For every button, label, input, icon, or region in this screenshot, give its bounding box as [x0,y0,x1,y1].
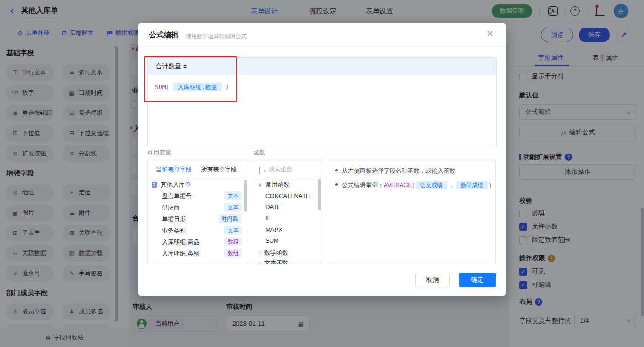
function-item[interactable]: SUM [265,237,279,244]
function-group-text[interactable]: › 文本函数 [258,259,288,264]
confirm-button[interactable]: 确定 [459,273,496,287]
function-group-math[interactable]: › 数学函数 [258,249,288,257]
example-chip: 数学成绩 [456,181,488,189]
formula-expression[interactable]: SUM( 入库明细.数量 ) [155,83,229,91]
function-item[interactable]: DATE [265,204,281,210]
variable-root-node[interactable]: 其他入库单 [152,181,191,189]
function-search-input[interactable]: 搜索函数 [269,165,293,174]
formula-edit-modal: 公式编辑 使用数学运算符编辑公式 × 合计数量 = SUM( 入库明细.数量 )… [138,23,506,296]
search-icon [259,166,260,175]
formula-editor[interactable]: 合计数量 = SUM( 入库明细.数量 ) [147,57,497,147]
functions-label: 函数 [253,148,265,157]
type-badge: 文本 [224,203,242,212]
hints-panel: 从左侧面板选择字段名和函数，或输入函数 公式编辑举例：AVERAGE( 语文成绩… [328,160,496,264]
hint-line-2: 公式编辑举例：AVERAGE( 语文成绩 ， 数学成绩 ) [335,181,491,189]
form-doc-icon [152,182,157,188]
example-chip: 语文成绩 [416,181,447,189]
functions-scrollbar[interactable] [318,179,321,210]
chevron-right-icon: › [258,250,260,256]
variable-item[interactable]: 入库明细.商品 [162,238,200,246]
chevron-right-icon: › [258,260,260,264]
variable-item[interactable]: 入库明细.类别 [162,250,200,258]
variable-item[interactable]: 单据日期 [162,215,186,223]
bullet [335,169,338,171]
function-item[interactable]: CONCATENATE [265,193,310,199]
formula-target-row: 合计数量 = [148,58,496,75]
type-badge: 时间戳 [218,214,241,223]
modal-subtitle: 使用数学运算符编辑公式 [186,33,247,40]
tab-current-form-fields[interactable]: 当前表单字段 [156,165,192,174]
divider [138,46,506,47]
field-chip[interactable]: 入库明细.数量 [173,83,222,91]
variable-item[interactable]: 盘点单据号 [162,192,192,200]
function-item[interactable]: IF [265,215,271,222]
variable-item[interactable]: 供应商 [162,204,180,212]
type-badge: 文本 [224,191,242,200]
cancel-button[interactable]: 取消 [415,273,450,287]
tab-all-form-fields[interactable]: 所有表单字段 [201,165,237,174]
screen: ‹ 其他入库单 表单设计 流程设定 表单设置 数据管理 A ? 存 ⊘ 表单外链… [0,0,644,347]
close-icon[interactable]: × [487,28,493,39]
modal-title: 公式编辑 [149,30,178,40]
hint-line-1: 从左侧面板选择字段名和函数，或输入函数 [335,167,455,175]
functions-panel: 搜索函数 ∨ 常用函数 CONCATENATE DATE IF MAPX SUM… [253,160,322,264]
function-search-row: 搜索函数 [253,160,322,177]
type-badge: 数组 [224,237,242,246]
chevron-down-icon: ∨ [258,182,262,188]
function-item[interactable]: MAPX [265,226,282,233]
function-group-common[interactable]: ∨ 常用函数 [258,181,289,189]
variables-label: 可用变量 [147,148,171,157]
type-badge: 数组 [224,249,242,258]
variables-tabs: 当前表单字段 所有表单字段 [148,160,248,177]
bullet [335,183,338,186]
variables-panel: 当前表单字段 所有表单字段 其他入库单 盘点单据号 文本 供应商 文本 单据日期… [147,160,248,264]
variables-scrollbar[interactable] [244,180,247,212]
variable-item[interactable]: 业务类别 [162,227,186,235]
type-badge: 文本 [224,226,242,235]
